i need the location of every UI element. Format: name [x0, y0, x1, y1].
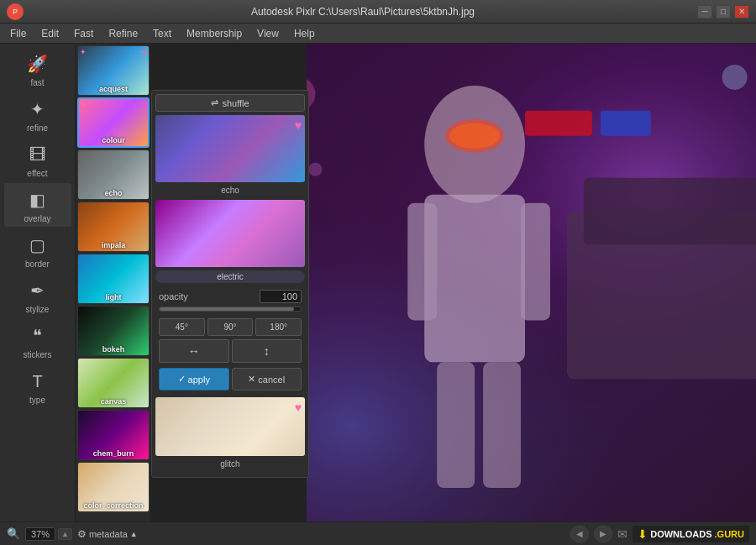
controls-section: opacity 45° 90° 180° ↔ ↕ ✓	[155, 286, 305, 394]
flip-horizontal-button[interactable]: ↔	[159, 339, 229, 363]
toolbar-item-stickers[interactable]: ❝ stickers	[4, 319, 71, 363]
shuffle-icon: ⇌	[211, 97, 218, 108]
metadata-arrow[interactable]: ▲	[130, 530, 138, 538]
type-label: type	[29, 396, 45, 405]
zoom-area: 37% ▲	[25, 527, 72, 541]
fast-label: fast	[30, 78, 44, 87]
titlebar: P Autodesk Pixlr C:\Users\Raul\Pictures\…	[0, 0, 756, 24]
menubar: FileEditFastRefineTextMembershipViewHelp	[0, 24, 756, 44]
minimize-button[interactable]: ─	[697, 5, 712, 18]
image-canvas[interactable]	[307, 44, 756, 521]
effect-label: effect	[27, 169, 47, 178]
bottombar: 🔍 37% ▲ ⚙ metadata ▲ ◀ ▶ ✉ ⬇ DOWNLOADS .…	[0, 521, 756, 545]
opacity-input[interactable]	[260, 290, 302, 303]
metadata-area: ⚙ metadata ▲	[77, 528, 138, 540]
electric-swatch[interactable]	[155, 200, 305, 267]
nav-next-button[interactable]: ▶	[594, 526, 612, 542]
maximize-button[interactable]: □	[716, 5, 731, 18]
menu-item-membership[interactable]: Membership	[180, 26, 249, 41]
cancel-label: cancel	[258, 375, 285, 385]
acquest-thumb: acquest	[78, 46, 149, 95]
zoom-arrow[interactable]: ▲	[58, 528, 72, 540]
menu-item-view[interactable]: View	[250, 26, 286, 41]
filter-item-color_correction[interactable]: color_correction	[77, 462, 150, 512]
stickers-icon: ❝	[24, 322, 51, 349]
stylize-label: stylize	[26, 305, 50, 314]
toolbar-item-type[interactable]: T type	[4, 364, 71, 408]
menu-item-fast[interactable]: Fast	[67, 26, 100, 41]
toolbar-item-effect[interactable]: 🎞 effect	[4, 138, 71, 181]
zoom-value[interactable]: 37%	[25, 527, 55, 541]
refine-label: refine	[27, 123, 48, 133]
downloads-icon: ⬇	[638, 527, 648, 541]
svg-rect-21	[307, 44, 756, 521]
menu-item-help[interactable]: Help	[287, 26, 322, 41]
opacity-label: opacity	[159, 291, 188, 301]
stylize-icon: ✒	[24, 277, 51, 304]
filter-item-bokeh[interactable]: bokeh	[77, 306, 150, 356]
bottom-left: 🔍 37% ▲ ⚙ metadata ▲	[7, 527, 138, 541]
toolbar-item-overlay[interactable]: ◧ overlay	[4, 183, 71, 227]
echo-heart-icon[interactable]: ♥	[295, 118, 302, 132]
angle-180-button[interactable]: 180°	[255, 318, 302, 336]
menu-item-file[interactable]: File	[3, 26, 33, 41]
downloads-text: DOWNLOADS	[650, 529, 711, 539]
cancel-button[interactable]: ✕ cancel	[232, 368, 302, 390]
toolbar-item-fast[interactable]: 🚀 fast	[4, 47, 71, 91]
colour-thumb: colour	[79, 99, 148, 146]
flip-vertical-button[interactable]: ↕	[232, 339, 302, 363]
glitch-swatch-label: glitch	[155, 459, 305, 469]
overlay-label: overlay	[24, 214, 50, 223]
glitch-swatch[interactable]: ♥	[155, 397, 305, 456]
window-title: Autodesk Pixlr C:\Users\Raul\Pictures\5k…	[29, 6, 697, 18]
color_correction-thumb: color_correction	[78, 463, 149, 511]
colour-star-icon: ✦	[81, 101, 87, 109]
metadata-label: metadata	[89, 529, 128, 539]
email-icon[interactable]: ✉	[617, 527, 627, 541]
bokeh-thumb: bokeh	[78, 307, 149, 355]
filter-item-canvas[interactable]: canvas	[77, 358, 150, 408]
apply-button[interactable]: ✓ apply	[159, 368, 229, 390]
angle-90-button[interactable]: 90°	[207, 318, 254, 336]
type-icon: T	[24, 368, 51, 395]
action-buttons: ✓ apply ✕ cancel	[159, 368, 302, 390]
main-image	[307, 44, 756, 521]
filter-item-colour[interactable]: colour ✦	[77, 97, 150, 148]
toolbar-item-refine[interactable]: ✦ refine	[4, 92, 71, 136]
border-label: border	[25, 259, 50, 269]
stickers-label: stickers	[24, 350, 52, 359]
opacity-slider-track[interactable]	[159, 307, 302, 312]
acquest-star-icon: ✦	[80, 48, 87, 56]
apply-check-icon: ✓	[178, 374, 186, 385]
echo-swatch[interactable]: ♥	[155, 115, 305, 182]
app-icon: P	[7, 3, 24, 20]
filter-item-chem_burn[interactable]: chem_burn	[77, 410, 150, 460]
shuffle-button[interactable]: ⇌ shuffle	[155, 94, 305, 112]
filter-item-light[interactable]: light	[77, 254, 150, 304]
glitch-heart-icon[interactable]: ♥	[295, 401, 302, 414]
main-content: 🚀 fast ✦ refine 🎞 effect ◧ overlay ▢ bor…	[0, 44, 756, 521]
downloads-guru-badge: ⬇ DOWNLOADS .GURU	[633, 526, 749, 542]
impala-thumb: impala	[78, 202, 149, 251]
close-button[interactable]: ✕	[734, 5, 749, 18]
border-icon: ▢	[24, 232, 51, 259]
menu-item-refine[interactable]: Refine	[102, 26, 144, 41]
toolbar-item-stylize[interactable]: ✒ stylize	[4, 274, 71, 317]
nav-prev-button[interactable]: ◀	[570, 526, 589, 542]
chem_burn-thumb: chem_burn	[78, 411, 149, 459]
canvas-area: ⇌ shuffle ♥ echo electric opacity	[151, 44, 756, 521]
menu-item-edit[interactable]: Edit	[34, 26, 66, 41]
window-controls: ─ □ ✕	[697, 5, 749, 18]
toolbar-item-border[interactable]: ▢ border	[4, 228, 71, 272]
angle-45-button[interactable]: 45°	[159, 318, 205, 336]
filter-panel: acquest ♥✦ colour ✦ echo impala light bo…	[76, 44, 151, 521]
filter-item-echo[interactable]: echo	[77, 149, 150, 200]
guru-text: .GURU	[715, 529, 744, 539]
menu-item-text[interactable]: Text	[146, 26, 178, 41]
electric-swatch-label: electric	[155, 270, 305, 283]
acquest-heart-icon[interactable]: ♥	[142, 48, 147, 57]
filter-item-acquest[interactable]: acquest ♥✦	[77, 45, 150, 96]
filter-item-impala[interactable]: impala	[77, 202, 150, 252]
gradient-overlay-panel: ⇌ shuffle ♥ echo electric opacity	[151, 90, 309, 478]
angle-buttons: 45° 90° 180°	[159, 318, 302, 336]
